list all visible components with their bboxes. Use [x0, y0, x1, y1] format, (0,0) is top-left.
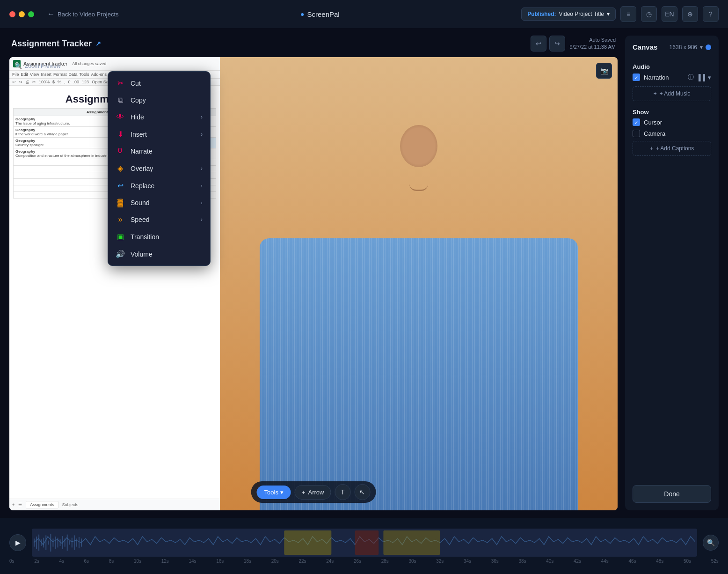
camera-icon: 📷 [596, 63, 612, 79]
speed-icon: » [116, 215, 125, 224]
menu-item-insert[interactable]: ⬇ Insert › [108, 125, 210, 143]
canvas-size-chevron-icon: ▾ [700, 44, 703, 51]
narration-dropdown-icon[interactable]: ▾ [708, 74, 711, 81]
menu-item-hide[interactable]: 👁 Hide › [108, 109, 210, 125]
add-music-button[interactable]: + + Add Music [633, 86, 711, 101]
list-icon-button[interactable]: ≡ [620, 6, 636, 22]
menu-item-replace-label: Replace [131, 182, 154, 190]
close-button[interactable] [9, 11, 15, 17]
clock-icon-button[interactable]: ◷ [641, 6, 657, 22]
menu-item-sound[interactable]: ▓ Sound › [108, 194, 210, 211]
timeline: ▶ [0, 518, 728, 574]
layers-icon-button[interactable]: ⊕ [682, 6, 698, 22]
plus-icon: + [302, 489, 306, 496]
tools-chevron-icon: ▾ [280, 489, 284, 496]
project-bar: Assignment Tracker ↗ ↩ ↪ Auto Saved 9/27… [9, 36, 618, 52]
menu-item-narrate[interactable]: 🎙 Narrate [108, 143, 210, 160]
header-right: Published: Video Project Title ▾ ≡ ◷ EN … [521, 6, 719, 22]
camera-show-label: Camera [644, 130, 665, 137]
published-dropdown[interactable]: Published: Video Project Title ▾ [521, 7, 616, 21]
overlay-icon: ◈ [116, 164, 125, 173]
project-title-dropdown: Video Project Title [559, 11, 604, 17]
menu-item-insert-label: Insert [131, 131, 147, 138]
svg-rect-11 [60, 539, 61, 546]
cursor-show-row: ✓ Cursor [633, 118, 711, 126]
menu-item-overlay[interactable]: ◈ Overlay › [108, 160, 210, 177]
camera-icon-button[interactable]: 📷 [596, 63, 612, 79]
menu-item-speed[interactable]: » Speed › [108, 211, 210, 228]
svg-rect-21 [284, 530, 331, 555]
narration-checkbox[interactable]: ✓ [633, 74, 640, 81]
undo-button[interactable]: ↩ [531, 36, 546, 52]
project-title-text: Assignment Tracker [11, 39, 92, 49]
narration-icons: ⓘ ▐▐ ▾ [688, 73, 711, 81]
tab-subjects[interactable]: Subjects [62, 502, 79, 507]
camera-show-row: Camera [633, 130, 711, 137]
cursor-checkbox[interactable]: ✓ [633, 118, 640, 126]
auto-saved-info: Auto Saved 9/27/22 at 11:38 AM [570, 37, 616, 51]
hide-icon: 👁 [116, 113, 125, 121]
minimize-button[interactable] [19, 11, 25, 17]
sound-icon: ▓ [116, 199, 125, 207]
volume-icon: 🔊 [116, 250, 125, 258]
project-title-bar: Assignment Tracker ↗ [11, 39, 101, 49]
app-name: ScreenPal [307, 10, 339, 18]
canvas-size-dropdown[interactable]: 1638 x 986 ▾ [670, 44, 711, 51]
done-button[interactable]: Done [633, 485, 711, 503]
insert-icon: ⬇ [116, 130, 125, 139]
menu-item-copy[interactable]: ⧉ Copy [108, 92, 210, 109]
svg-rect-8 [52, 538, 53, 546]
add-music-label: + Add Music [660, 90, 691, 97]
svg-rect-5 [45, 535, 46, 550]
waveform-bars [32, 529, 697, 557]
add-music-plus-icon: + [654, 90, 657, 97]
language-icon-button[interactable]: EN [662, 6, 677, 22]
narration-bars-icon[interactable]: ▐▐ [697, 74, 705, 81]
camera-checkbox[interactable] [633, 130, 640, 137]
add-captions-button[interactable]: + + Add Captions [633, 141, 711, 156]
menu-item-transition[interactable]: ▣ Transition [108, 228, 210, 245]
published-label: Published: [527, 11, 556, 17]
shirt-stripes [260, 238, 578, 510]
canvas-section: Canvas 1638 x 986 ▾ [633, 43, 711, 56]
play-button[interactable]: ▶ [9, 534, 26, 551]
zoom-icon: 🔍 [15, 63, 22, 69]
audio-section: Audio ✓ Narration ⓘ ▐▐ ▾ + + Add Music [633, 63, 711, 101]
svg-rect-23 [383, 530, 440, 555]
show-section-title: Show [633, 109, 711, 116]
redo-button[interactable]: ↪ [549, 36, 565, 52]
narration-info-icon[interactable]: ⓘ [688, 73, 694, 81]
timeline-track[interactable] [32, 529, 697, 557]
fullscreen-button[interactable] [28, 11, 34, 17]
cursor-tool-button[interactable]: ↖ [354, 484, 370, 500]
svg-rect-9 [55, 537, 56, 549]
menu-item-volume[interactable]: 🔊 Volume [108, 245, 210, 263]
auto-saved-date: 9/27/22 at 11:38 AM [570, 44, 616, 51]
dropdown-chevron-icon: ▾ [607, 11, 610, 17]
svg-rect-18 [76, 538, 77, 546]
right-panel: Canvas 1638 x 986 ▾ Audio ✓ Narration ⓘ … [625, 36, 719, 510]
menu-item-cut[interactable]: ✂ Cut [108, 74, 210, 92]
arrow-button[interactable]: + Arrow [295, 485, 331, 500]
zoom-preview-button[interactable]: 🔍 Zoom Preview [15, 63, 61, 69]
edit-title-icon[interactable]: ↗ [95, 40, 101, 47]
traffic-lights [9, 11, 34, 17]
tab-assignments[interactable]: Assignments [26, 501, 58, 508]
menu-item-volume-label: Volume [131, 250, 153, 258]
timeline-search-button[interactable]: 🔍 [703, 535, 719, 551]
zoom-preview-label: Zoom Preview [25, 63, 61, 69]
menu-item-replace[interactable]: ↩ Replace › [108, 177, 210, 194]
canvas-size-label: 1638 x 986 [670, 44, 697, 51]
text-button[interactable]: T [335, 484, 350, 500]
replace-icon: ↩ [116, 181, 125, 190]
add-captions-plus-icon: + [650, 145, 653, 152]
cut-icon: ✂ [116, 79, 125, 88]
svg-rect-6 [48, 540, 49, 545]
svg-rect-14 [67, 534, 68, 551]
app-title-center: ● ScreenPal [124, 10, 516, 18]
menu-item-sound-label: Sound [131, 199, 149, 206]
tools-button[interactable]: Tools ▾ [257, 486, 291, 499]
overlay-chevron-icon: › [201, 165, 203, 172]
back-button[interactable]: ← Back to Video Projects [47, 10, 119, 18]
help-icon-button[interactable]: ? [703, 6, 719, 22]
